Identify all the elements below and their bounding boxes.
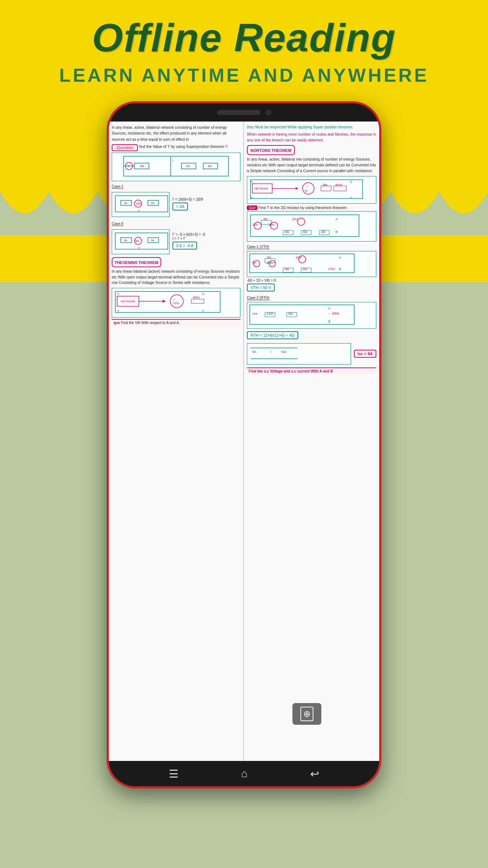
subtitle: LEARN ANYTIME AND ANYWHERE: [59, 64, 429, 86]
svg-point-46: [303, 183, 314, 194]
menu-nav-button[interactable]: ☰: [169, 767, 179, 780]
circuit-case1: 3A 3A 18V I': [112, 192, 170, 217]
circuit-case2: 3A 3A 9A I'': [112, 229, 170, 254]
svg-text:NETWORK: NETWORK: [254, 187, 268, 190]
circuit-thevenins-que: 3Ω 10V A 9Ω 6Ω 2Ω B: [247, 211, 376, 242]
svg-rect-74: [250, 254, 354, 273]
rth-result: RTH = 12×6/(12+6) = 4Ω: [247, 331, 298, 339]
case1-result: = 2A: [172, 203, 188, 210]
svg-text:ISC: ISC: [281, 350, 287, 354]
svg-text:X: X: [117, 292, 119, 296]
right-teal-note: When network is having more number of no…: [247, 132, 376, 143]
right-column: they Must be respected While applying Su…: [244, 122, 379, 761]
svg-text:18V: 18V: [136, 202, 142, 205]
svg-text:↑: ↑: [270, 350, 272, 354]
nortons-label: NORTONS THEOREM: [247, 145, 295, 155]
phone-bottom-nav[interactable]: ☰ ⌂ ↩: [109, 761, 379, 786]
svg-text:Y: Y: [350, 196, 352, 200]
nortons-text: In any linear, active, bilateral n/w con…: [247, 157, 376, 174]
svg-text:I'': I'': [138, 246, 140, 250]
svg-text:B: B: [328, 320, 330, 323]
phone-top-bar: [109, 103, 379, 122]
case1-label: Case-1: [112, 184, 123, 189]
isc-section: 9A ↑ ISC Isc = 9A: [247, 342, 376, 366]
circuit-thevenins: NETWORK +: [112, 288, 240, 318]
bottom-question-left: que Find the Vth With respect to A and A…: [112, 319, 240, 326]
svg-text:9A: 9A: [208, 164, 212, 168]
svg-text:A: A: [339, 256, 341, 259]
main-title: Offline Reading: [92, 14, 396, 60]
svg-text:3A: 3A: [151, 239, 154, 242]
svg-text:Y: Y: [251, 196, 253, 200]
svg-text:NETWORK: NETWORK: [121, 300, 136, 303]
que-norton: Que Find 'I' in the 2Ω resistor by using…: [247, 205, 376, 210]
svg-text:Y: Y: [202, 309, 204, 313]
right-intro: they Must be respected While applying Su…: [247, 124, 376, 130]
circuit-isc: 9A ↑ ISC: [247, 343, 351, 365]
question-tag: ◁ Question ▷: [112, 144, 138, 151]
back-nav-button[interactable]: ↩: [310, 767, 319, 780]
phone-camera: [266, 110, 271, 115]
svg-text:RN: RN: [323, 183, 328, 187]
question-text: find the Value of 'I' by using Superposi…: [139, 144, 240, 149]
zoom-icon: ⊕: [300, 707, 313, 721]
svg-text:3A: 3A: [124, 201, 127, 205]
svg-text:I': I': [138, 209, 140, 213]
svg-text:10A: 10A: [252, 312, 258, 315]
svg-text:↑: ↑: [306, 184, 308, 188]
svg-text:3A: 3A: [124, 239, 127, 242]
svg-text:I: I: [172, 159, 174, 162]
phone-speaker: [217, 110, 261, 115]
left-column: In any linear, active, bilateral network…: [109, 122, 244, 761]
case2-rth-label: Case-2 (RTH): [247, 296, 269, 300]
case2-label: Case-II: [112, 222, 123, 226]
svg-text:A: A: [335, 217, 338, 221]
svg-point-61: [297, 218, 305, 225]
svg-rect-0: [124, 156, 228, 176]
circuit-nortons: NETWORK ↑ IN RN R: [247, 176, 376, 204]
svg-text:2A: 2A: [186, 164, 190, 168]
case2-formula: I'' = -9 × 6/(6+3) = -6: [172, 233, 205, 237]
svg-text:IN: IN: [305, 189, 308, 192]
thevenins-text: In any linear bilateral (active) network…: [112, 269, 240, 286]
svg-point-78: [299, 256, 306, 263]
svg-text:Y: Y: [117, 309, 119, 313]
circuit-main: 3Ω 2A 9A V I: [112, 153, 240, 181]
svg-text:10V: 10V: [292, 217, 298, 221]
circuit-rth: 10A A B 12Ω 6Ω ← RTH: [247, 302, 376, 329]
svg-text:RTH: RTH: [335, 183, 342, 187]
svg-text:9A: 9A: [252, 350, 256, 354]
svg-rect-40: [191, 299, 204, 303]
svg-marker-45: [296, 187, 299, 190]
phone-outer: In any linear, active, bilateral network…: [107, 101, 381, 788]
case2-total: I = I' + I'': [172, 237, 205, 241]
svg-text:V: V: [128, 164, 130, 168]
home-nav-button[interactable]: ⌂: [241, 767, 248, 780]
phone-screen[interactable]: In any linear, active, bilateral network…: [109, 122, 379, 761]
intro-text-left: In any linear, active, bilateral network…: [112, 124, 240, 142]
case2-result: 2-6 = -4 A: [172, 242, 197, 250]
svg-text:+: +: [173, 298, 175, 301]
isc-result: Isc = 9A: [354, 350, 376, 358]
svg-text:B: B: [335, 230, 338, 234]
svg-text:← RTH: ← RTH: [328, 312, 339, 315]
bottom-question-right: Find the o.c Voltage and s.c current Wit…: [247, 367, 376, 374]
vth-result: VTH = 50 V: [247, 284, 275, 292]
circuit-vth: 3Ω 10V A 9Ω 6Ω VTH: [247, 251, 376, 277]
svg-text:X: X: [202, 292, 204, 296]
svg-text:X: X: [350, 180, 352, 184]
svg-text:3A: 3A: [151, 201, 154, 205]
svg-text:X: X: [251, 180, 253, 184]
case1-formula: I' = 18/(6+3) = 18/9: [172, 197, 203, 201]
case1-vth-label: Case-1 (VTH): [247, 245, 269, 249]
svg-text:9A: 9A: [135, 239, 139, 243]
svg-text:VTH: VTH: [173, 302, 179, 305]
svg-text:VTH: VTH: [328, 267, 335, 271]
main-background: Offline Reading LEARN ANYTIME AND ANYWHE…: [0, 0, 488, 868]
thevenins-label: THEVENINS THEOREM: [112, 257, 161, 267]
svg-text:3Ω: 3Ω: [140, 164, 144, 168]
svg-text:A: A: [328, 307, 330, 310]
zoom-overlay: ⊕: [292, 703, 321, 725]
svg-point-32: [170, 295, 183, 308]
vth-formula: -60 + 10 + Vth = 0: [247, 278, 376, 282]
